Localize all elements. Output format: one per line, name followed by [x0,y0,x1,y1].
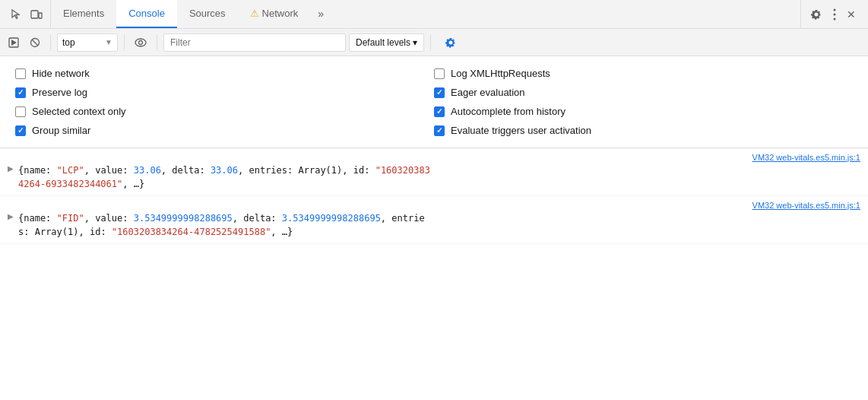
tab-more[interactable]: » [310,0,331,28]
settings-col-right: Log XMLHttpRequests Eager evaluation Aut… [434,64,853,140]
svg-marker-6 [11,40,17,46]
setting-autocomplete: Autocomplete from history [434,102,853,121]
selected-context-label: Selected context only [32,106,126,117]
main-tabs: Elements Console Sources ⚠ Network » [51,0,800,28]
log-source-lcp[interactable]: VM32 web-vitals.es5.min.js:1 [8,153,860,162]
setting-selected-context: Selected context only [15,102,434,121]
group-similar-checkbox[interactable] [15,125,26,136]
more-options-icon[interactable] [830,5,839,24]
svg-point-9 [135,39,146,46]
log-xmlhttp-checkbox[interactable] [434,68,445,79]
log-content-fid: ▶ {name: "FID", value: 3.534999999828869… [8,211,860,239]
setting-log-xmlhttp: Log XMLHttpRequests [434,64,853,83]
tab-sources[interactable]: Sources [177,0,238,28]
tab-bar: Elements Console Sources ⚠ Network » [0,0,868,29]
tab-network[interactable]: ⚠ Network [238,0,311,28]
divider-3 [157,35,157,50]
log-entry-fid: VM32 web-vitals.es5.min.js:1 ▶ {name: "F… [0,196,868,244]
svg-point-2 [834,8,836,11]
hide-network-label: Hide network [32,68,90,79]
divider-1 [50,35,51,50]
expand-arrow-lcp[interactable]: ▶ [8,163,14,173]
svg-point-10 [139,40,143,44]
settings-col-left: Hide network Preserve log Selected conte… [15,64,434,140]
log-text-fid: {name: "FID", value: 3.5349999998288695,… [18,211,425,239]
tab-elements[interactable]: Elements [51,0,116,28]
log-source-fid[interactable]: VM32 web-vitals.es5.min.js:1 [8,201,860,210]
selected-context-checkbox[interactable] [15,106,26,117]
block-icon[interactable] [26,34,44,51]
log-xmlhttp-label: Log XMLHttpRequests [451,68,550,79]
evaluate-triggers-label: Evaluate triggers user activation [451,125,591,136]
preserve-log-label: Preserve log [32,87,87,98]
devtools-icons [3,0,51,28]
evaluate-triggers-checkbox[interactable] [434,125,445,136]
tab-console[interactable]: Console [116,0,177,28]
svg-point-4 [834,17,836,20]
svg-line-8 [32,40,38,46]
eye-icon[interactable] [131,35,150,50]
log-text-lcp: {name: "LCP", value: 33.06, delta: 33.06… [18,163,430,191]
svg-rect-1 [39,13,42,18]
setting-eager-eval: Eager evaluation [434,83,853,102]
device-toggle-icon[interactable] [29,7,44,22]
play-icon[interactable] [5,34,23,51]
log-entry-lcp: VM32 web-vitals.es5.min.js:1 ▶ {name: "L… [0,148,868,196]
divider-2 [124,35,125,50]
main-content: top ▼ Default levels ▾ Hide networ [0,29,868,400]
setting-hide-network: Hide network [15,64,434,83]
close-icon[interactable]: ✕ [844,5,859,24]
log-content-lcp: ▶ {name: "LCP", value: 33.06, delta: 33.… [8,163,860,191]
hide-network-checkbox[interactable] [15,68,26,79]
console-output: VM32 web-vitals.es5.min.js:1 ▶ {name: "L… [0,148,868,400]
settings-icon[interactable] [807,5,825,24]
warning-icon: ⚠ [250,8,259,19]
autocomplete-label: Autocomplete from history [451,106,565,117]
expand-arrow-fid[interactable]: ▶ [8,211,14,221]
group-similar-label: Group similar [32,125,90,136]
eager-eval-checkbox[interactable] [434,87,445,98]
console-toolbar: top ▼ Default levels ▾ [0,29,868,56]
setting-evaluate-triggers: Evaluate triggers user activation [434,121,853,140]
preserve-log-checkbox[interactable] [15,87,26,98]
context-selector[interactable]: top ▼ [57,33,118,52]
svg-rect-0 [31,11,38,18]
log-levels-dropdown[interactable]: Default levels ▾ [349,33,424,52]
divider-4 [430,35,431,50]
setting-preserve-log: Preserve log [15,83,434,102]
cursor-icon[interactable] [9,7,24,22]
tab-bar-actions: ✕ [800,0,865,28]
svg-point-3 [834,13,836,15]
eager-eval-label: Eager evaluation [451,87,525,98]
settings-panel: Hide network Preserve log Selected conte… [0,56,868,148]
autocomplete-checkbox[interactable] [434,106,445,117]
chevron-down-icon: ▼ [105,38,112,46]
console-settings-icon[interactable] [442,33,460,52]
setting-group-similar: Group similar [15,121,434,140]
filter-input[interactable] [163,33,346,52]
